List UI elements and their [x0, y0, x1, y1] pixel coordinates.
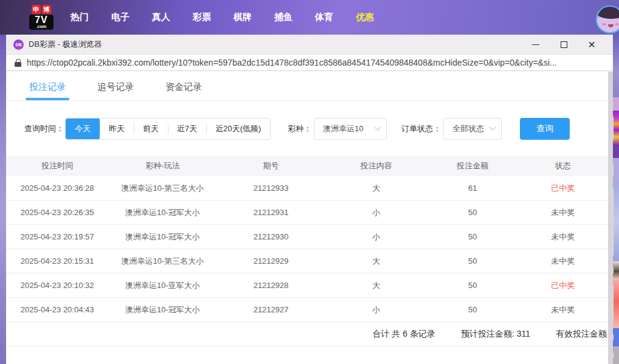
cell-bet-time: 2025-04-23 20:19:57	[6, 232, 108, 241]
browser-window: DB DB彩票 - 极速浏览器 × https://ctop02pcali.2k…	[6, 35, 613, 364]
table-row: 2025-04-23 20:19:57 澳洲幸运10-冠军大小 21212930…	[6, 225, 608, 249]
cell-bet-content: 大	[325, 280, 427, 291]
cell-issue: 21212928	[216, 281, 325, 290]
site-logo[interactable]: 申 博 7V .com	[29, 5, 54, 30]
logo-cn-2: 博	[42, 5, 51, 14]
nav-item-promo[interactable]: 优惠	[356, 12, 374, 23]
col-status: 状态	[517, 160, 608, 171]
col-bet-amount: 投注金额	[427, 160, 518, 171]
logo-7v-text: 7V	[35, 15, 48, 25]
time-option-7days[interactable]: 近7天	[168, 118, 206, 140]
summary-total-records: 合计 共 6 条记录	[372, 329, 435, 340]
time-option-today[interactable]: 今天	[66, 118, 100, 140]
time-filter-label: 查询时间：	[24, 123, 64, 134]
close-icon: ×	[588, 38, 595, 50]
cell-lottery-play: 澳洲幸运10-第三名大小	[108, 183, 216, 194]
avatar-mouth	[608, 24, 614, 27]
address-bar[interactable]: https://ctop02pcali.2kbxi392.com/lottery…	[6, 55, 613, 71]
tab-fund-records[interactable]: 资金记录	[165, 81, 202, 100]
cell-status: 未中奖	[517, 232, 608, 242]
bet-records-table: 投注时间 彩种-玩法 期号 投注内容 投注金额 状态 2025-04-23 20…	[6, 156, 608, 346]
cell-bet-content: 小	[325, 207, 427, 218]
cell-issue: 21212933	[216, 184, 325, 193]
page-left-edge	[0, 35, 6, 364]
status-filter-label: 订单状态：	[401, 123, 441, 134]
scrollbar[interactable]	[608, 72, 613, 364]
cell-status: 已中奖	[517, 280, 608, 291]
minimize-icon	[532, 44, 539, 45]
cell-lottery-play: 澳洲幸运10-亚军大小	[108, 280, 216, 291]
cell-lottery-play: 澳洲幸运10-冠军大小	[108, 207, 216, 218]
cell-bet-content: 小	[325, 232, 427, 242]
time-range-group: 今天 昨天 前天 近7天 近20天(低频)	[65, 118, 271, 140]
cell-issue: 21212931	[216, 208, 325, 217]
cell-lottery-play: 澳洲幸运10-冠军大小	[108, 304, 216, 315]
chevron-down-icon	[375, 124, 381, 131]
cell-bet-content: 大	[325, 183, 427, 194]
browser-tab-favicon: DB	[13, 39, 24, 50]
close-button[interactable]: ×	[578, 36, 606, 53]
maximize-icon	[561, 41, 567, 48]
window-controls: ×	[522, 36, 606, 53]
avatar-blush-left	[602, 23, 606, 26]
page-content: 投注记录 追号记录 资金记录 查询时间： 今天 昨天 前天 近7天 近20天(低…	[6, 71, 608, 363]
url-text[interactable]: https://ctop02pcali.2kbxi392.com/lottery…	[27, 58, 557, 67]
lottery-select[interactable]: 澳洲幸运10	[314, 118, 387, 140]
record-tabs: 投注记录 追号记录 资金记录	[6, 71, 608, 101]
cell-status: 未中奖	[517, 304, 608, 315]
query-button[interactable]: 查询	[520, 118, 570, 140]
logo-com-text: .com	[29, 24, 54, 29]
window-title: DB彩票 - 极速浏览器	[29, 39, 102, 50]
tab-bet-records[interactable]: 投注记录	[29, 81, 66, 100]
cell-bet-amount: 50	[427, 232, 518, 241]
table-summary: 合计 共 6 条记录 预计投注金额: 311 有效投注金额	[6, 322, 608, 346]
cell-bet-amount: 50	[427, 281, 518, 290]
cell-bet-time: 2025-04-23 20:26:35	[6, 208, 108, 217]
table-row: 2025-04-23 20:15:31 澳洲幸运10-第三名大小 2121292…	[6, 249, 608, 273]
cell-lottery-play: 澳洲幸运10-第三名大小	[108, 256, 216, 267]
table-header-row: 投注时间 彩种-玩法 期号 投注内容 投注金额 状态	[6, 156, 608, 176]
status-select-value: 全部状态	[452, 123, 484, 134]
time-option-20days[interactable]: 近20天(低频)	[206, 118, 270, 140]
cell-bet-content: 大	[325, 256, 427, 267]
avatar-blush-right	[615, 23, 619, 26]
col-lottery-play: 彩种-玩法	[108, 160, 216, 171]
cell-status: 未中奖	[517, 256, 608, 267]
cell-bet-time: 2025-04-23 20:36:28	[6, 184, 108, 193]
minimize-button[interactable]	[522, 36, 550, 53]
time-option-day-before[interactable]: 前天	[134, 118, 168, 140]
order-status-select[interactable]: 全部状态	[443, 118, 502, 140]
lock-icon	[15, 59, 21, 67]
nav-item-board[interactable]: 棋牌	[233, 12, 252, 23]
window-title-bar[interactable]: DB DB彩票 - 极速浏览器 ×	[6, 35, 613, 55]
page-right-edge	[613, 35, 619, 364]
logo-cn-1: 申	[32, 5, 41, 14]
cell-bet-time: 2025-04-23 20:15:31	[6, 256, 108, 266]
screen: 申 博 7V .com 热门 电子 真人 彩票 棋牌 捕鱼 体育 优惠	[0, 0, 619, 364]
cell-bet-content: 小	[325, 304, 427, 315]
cell-lottery-play: 澳洲幸运10-冠军大小	[108, 232, 216, 242]
user-avatar[interactable]	[596, 5, 619, 33]
cell-bet-amount: 50	[427, 256, 518, 266]
time-option-yesterday[interactable]: 昨天	[100, 118, 134, 140]
maximize-button[interactable]	[550, 36, 578, 53]
cell-bet-amount: 50	[427, 305, 518, 314]
nav-item-hot-games[interactable]: 热门	[71, 12, 89, 23]
nav-item-live[interactable]: 真人	[152, 12, 170, 23]
summary-expected-amount: 预计投注金额: 311	[461, 329, 530, 340]
avatar-bun-left	[599, 5, 607, 12]
site-nav: 热门 电子 真人 彩票 棋牌 捕鱼 体育 优惠	[71, 12, 374, 23]
cell-status: 未中奖	[517, 207, 608, 218]
table-body: 2025-04-23 20:36:28 澳洲幸运10-第三名大小 2121293…	[6, 176, 608, 322]
tab-chase-records[interactable]: 追号记录	[97, 81, 134, 100]
chevron-down-icon	[489, 124, 496, 131]
col-issue: 期号	[216, 160, 325, 171]
nav-item-fishing[interactable]: 捕鱼	[274, 12, 292, 23]
nav-item-slots[interactable]: 电子	[111, 12, 130, 23]
nav-item-sports[interactable]: 体育	[315, 12, 333, 23]
lottery-filter-label: 彩种：	[288, 123, 311, 134]
cell-status: 已中奖	[517, 183, 608, 194]
site-header: 申 博 7V .com 热门 电子 真人 彩票 棋牌 捕鱼 体育 优惠	[0, 0, 619, 35]
cell-issue: 21212927	[216, 305, 325, 314]
nav-item-lottery[interactable]: 彩票	[193, 12, 211, 23]
